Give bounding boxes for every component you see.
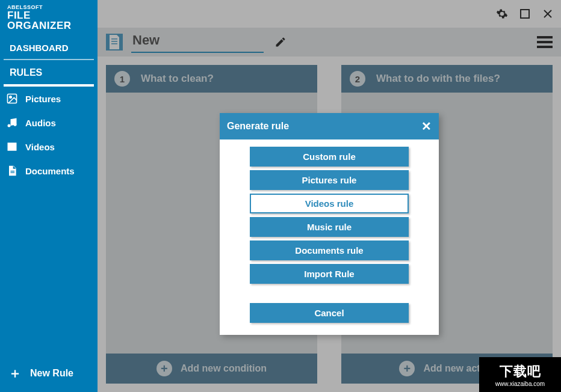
sidebar-item-label: Pictures <box>25 94 61 104</box>
videos-rule-button[interactable]: Videos rule <box>250 194 409 213</box>
nav-dashboard[interactable]: DASHBOARD <box>4 35 94 60</box>
dialog-title: Generate rule <box>227 121 289 132</box>
svg-rect-5 <box>11 173 15 173</box>
custom-rule-button[interactable]: Custom rule <box>250 147 409 167</box>
import-rule-button[interactable]: Import Rule <box>250 264 409 284</box>
watermark-url: www.xiazaiba.com <box>495 381 545 387</box>
svg-point-1 <box>10 96 11 98</box>
new-rule-button[interactable]: ＋ New Rule <box>0 357 98 392</box>
svg-point-2 <box>8 124 11 127</box>
music-icon <box>6 117 18 129</box>
brand-logo: ABELSSOFT FILE ORGANIZER <box>0 0 98 35</box>
watermark-text: 下载吧 <box>500 363 541 381</box>
sidebar-item-pictures[interactable]: Pictures <box>0 87 98 111</box>
nav-rules[interactable]: RULES <box>4 60 94 87</box>
dialog-header: Generate rule ✕ <box>220 113 439 139</box>
svg-rect-4 <box>11 171 15 171</box>
pictures-rule-button[interactable]: Pictures rule <box>250 170 409 190</box>
generate-rule-dialog: Generate rule ✕ Custom rule Pictures rul… <box>220 113 439 335</box>
sidebar-item-videos[interactable]: Videos <box>0 135 98 159</box>
svg-point-3 <box>14 123 17 126</box>
cancel-button[interactable]: Cancel <box>250 303 409 323</box>
sidebar-item-documents[interactable]: Documents <box>0 159 98 183</box>
modal-overlay: Generate rule ✕ Custom rule Pictures rul… <box>98 0 561 392</box>
video-icon <box>6 141 18 153</box>
document-icon <box>6 165 18 177</box>
sidebar-item-label: Documents <box>25 166 75 176</box>
documents-rule-button[interactable]: Documents rule <box>250 240 409 260</box>
dialog-close-button[interactable]: ✕ <box>421 119 432 133</box>
new-rule-label: New Rule <box>30 368 73 379</box>
pictures-icon <box>6 93 18 105</box>
sidebar-item-audios[interactable]: Audios <box>0 111 98 135</box>
sidebar-item-label: Videos <box>25 142 55 152</box>
main-area: New 1 What to clean? + Add new condition <box>98 0 561 392</box>
sidebar-item-label: Audios <box>25 118 56 128</box>
plus-icon: ＋ <box>8 367 22 380</box>
sidebar: ABELSSOFT FILE ORGANIZER DASHBOARD RULES… <box>0 0 98 392</box>
watermark: 下载吧 www.xiazaiba.com <box>479 357 561 392</box>
brand-bottom-text: FILE ORGANIZER <box>7 10 90 31</box>
music-rule-button[interactable]: Music rule <box>250 217 409 237</box>
